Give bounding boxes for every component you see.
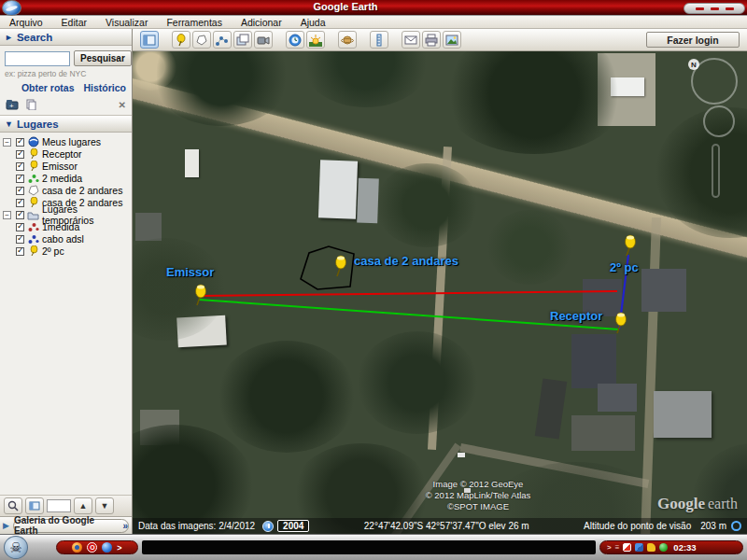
checkbox[interactable] bbox=[16, 211, 24, 219]
firefox-icon[interactable] bbox=[72, 542, 82, 553]
record-tour-button[interactable] bbox=[254, 31, 273, 49]
polygon-icon bbox=[195, 34, 208, 47]
checkbox[interactable] bbox=[16, 175, 24, 183]
planets-button[interactable] bbox=[338, 31, 357, 49]
collapse-arrow-icon: ► bbox=[5, 33, 13, 42]
tree-item-cabo-adsl[interactable]: cabo adsl bbox=[0, 233, 132, 245]
chevron-right-icon[interactable]: > bbox=[117, 543, 121, 553]
panel-view-button[interactable] bbox=[25, 497, 44, 514]
save-image-button[interactable] bbox=[443, 31, 461, 49]
pushpin-emissor[interactable] bbox=[191, 284, 206, 306]
opera-icon[interactable]: O bbox=[87, 542, 97, 553]
tray-status-icon[interactable] bbox=[659, 543, 668, 552]
up-arrow-icon: ▲ bbox=[79, 501, 88, 511]
checkbox[interactable] bbox=[16, 223, 24, 231]
taskbar-window-area[interactable] bbox=[142, 540, 596, 554]
maximize-button[interactable] bbox=[711, 7, 719, 10]
checkbox[interactable] bbox=[16, 235, 24, 244]
tree-label[interactable]: 2º pc bbox=[42, 245, 64, 257]
save-search-icon[interactable]: + bbox=[6, 99, 19, 110]
tree-item-casa-polygon[interactable]: casa de 2 andares bbox=[0, 185, 132, 196]
sunlight-button[interactable] bbox=[306, 31, 325, 49]
search-panel-header[interactable]: ► Search bbox=[0, 29, 132, 46]
menu-visualizar[interactable]: Visualizar bbox=[96, 17, 157, 28]
checkbox[interactable] bbox=[16, 162, 24, 171]
look-joystick[interactable] bbox=[691, 58, 738, 105]
start-button[interactable]: ☠ bbox=[4, 536, 28, 559]
tree-item-2-pc[interactable]: 2º pc bbox=[0, 245, 132, 257]
menu-adicionar[interactable]: Adicionar bbox=[232, 17, 291, 28]
tray-windows-icon[interactable] bbox=[635, 543, 643, 552]
map-viewport[interactable]: Emissor casa de 2 andares 2º pc Receptor… bbox=[133, 51, 747, 534]
tray-menu-icon[interactable]: ≡ bbox=[615, 543, 620, 552]
tree-item-meus-lugares[interactable]: − Meus lugares bbox=[0, 136, 132, 147]
zoom-slider[interactable] bbox=[712, 144, 720, 198]
tree-label[interactable]: casa de 2 andares bbox=[42, 185, 122, 196]
tree-label[interactable]: 2 medida bbox=[42, 173, 82, 184]
historical-clock-icon[interactable] bbox=[262, 521, 274, 532]
checkbox[interactable] bbox=[16, 247, 24, 256]
tree-label[interactable]: Meus lugares bbox=[42, 136, 101, 147]
minimize-button[interactable] bbox=[696, 7, 704, 10]
history-link[interactable]: Histórico bbox=[83, 82, 126, 93]
tree-item-lugares-temporarios[interactable]: − Lugares temporários bbox=[0, 209, 132, 220]
email-button[interactable] bbox=[402, 31, 420, 49]
search-button[interactable]: Pesquisar bbox=[74, 50, 132, 66]
tray-alert-icon[interactable] bbox=[623, 543, 631, 552]
search-input[interactable] bbox=[5, 51, 70, 66]
add-path-button[interactable] bbox=[213, 31, 232, 49]
checkbox[interactable] bbox=[16, 150, 24, 159]
checkbox[interactable] bbox=[16, 138, 24, 147]
browser-icon[interactable] bbox=[102, 542, 112, 553]
menu-arquivo[interactable]: Arquivo bbox=[0, 17, 52, 28]
tray-chevron-icon[interactable]: > bbox=[607, 543, 612, 552]
measure-path-red-icon bbox=[27, 221, 39, 232]
move-down-button[interactable]: ▼ bbox=[95, 497, 114, 514]
tray-downloads-icon[interactable] bbox=[647, 543, 655, 552]
historical-imagery-button[interactable] bbox=[286, 31, 304, 49]
tree-label[interactable]: cabo adsl bbox=[42, 233, 84, 245]
move-joystick[interactable] bbox=[703, 105, 735, 137]
placemark-label-2pc[interactable]: 2º pc bbox=[610, 260, 639, 274]
measure-line-red[interactable] bbox=[199, 291, 617, 296]
close-button[interactable] bbox=[726, 7, 734, 10]
places-filter-box[interactable] bbox=[47, 499, 71, 512]
ruler-button[interactable] bbox=[370, 31, 388, 49]
get-directions-link[interactable]: Obter rotas bbox=[21, 82, 75, 93]
copy-results-icon[interactable] bbox=[26, 99, 36, 110]
expander-icon[interactable]: − bbox=[3, 211, 11, 219]
menu-ajuda[interactable]: Ajuda bbox=[291, 17, 335, 28]
checkbox[interactable] bbox=[16, 199, 24, 207]
expander-icon[interactable]: − bbox=[3, 138, 11, 147]
pushpin-receptor[interactable] bbox=[612, 312, 627, 334]
print-button[interactable] bbox=[422, 31, 441, 49]
checkbox[interactable] bbox=[16, 187, 24, 195]
login-button[interactable]: Fazer login bbox=[646, 32, 740, 48]
building-roof bbox=[641, 269, 686, 312]
places-panel-header[interactable]: ▼ Lugares bbox=[0, 116, 132, 133]
placemark-label-receptor[interactable]: Receptor bbox=[550, 309, 602, 323]
pushpin-2pc[interactable] bbox=[621, 234, 636, 257]
placemark-label-casa[interactable]: casa de 2 andares bbox=[354, 254, 458, 268]
placemark-label-emissor[interactable]: Emissor bbox=[166, 265, 214, 279]
clear-search-icon[interactable]: ✕ bbox=[119, 100, 126, 110]
tree-item-receptor[interactable]: Receptor bbox=[0, 148, 132, 160]
play-icon[interactable]: ▶ bbox=[3, 521, 9, 530]
collapse-arrow-icon: ▼ bbox=[5, 119, 13, 129]
earth-gallery-button[interactable]: Galeria do Google Earth » bbox=[13, 519, 129, 533]
add-polygon-button[interactable] bbox=[192, 31, 211, 49]
imagery-year-badge[interactable]: 2004 bbox=[277, 520, 309, 532]
search-places-button[interactable] bbox=[4, 497, 22, 514]
pushpin-casa[interactable] bbox=[331, 255, 346, 277]
tree-label[interactable]: Receptor bbox=[42, 148, 82, 160]
tree-item-2-medida[interactable]: 2 medida bbox=[0, 173, 132, 184]
move-up-button[interactable]: ▲ bbox=[74, 497, 92, 514]
add-image-overlay-button[interactable] bbox=[233, 31, 252, 49]
menu-ferramentas[interactable]: Ferramentas bbox=[157, 17, 232, 28]
menu-editar[interactable]: Editar bbox=[52, 17, 96, 28]
tree-label[interactable]: 1medida bbox=[42, 221, 79, 232]
add-placemark-button[interactable] bbox=[172, 31, 190, 49]
sidebar-toggle-button[interactable] bbox=[140, 31, 159, 49]
tree-label[interactable]: Emissor bbox=[42, 161, 78, 172]
tree-item-emissor[interactable]: Emissor bbox=[0, 161, 132, 172]
